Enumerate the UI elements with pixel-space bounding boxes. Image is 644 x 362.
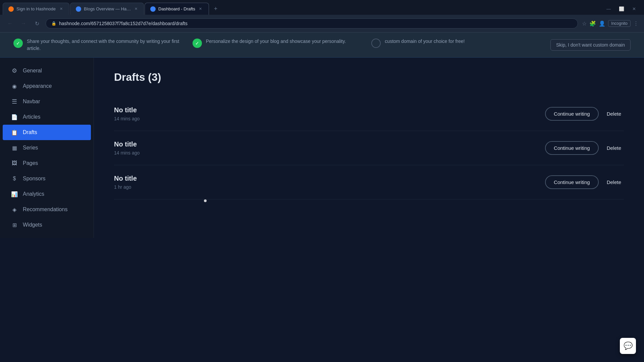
tab-favicon-1 xyxy=(8,6,14,12)
sidebar-item-drafts[interactable]: 📋 Drafts xyxy=(3,125,91,140)
draft-title-1: No title xyxy=(114,106,140,114)
tab-close-2[interactable]: ✕ xyxy=(134,6,138,12)
tab-dashboard-drafts[interactable]: Dashboard - Drafts ✕ xyxy=(145,3,209,15)
page-title: Drafts (3) xyxy=(114,71,624,83)
bookmark-icon[interactable]: ☆ xyxy=(582,20,587,27)
pages-icon: 🖼 xyxy=(11,160,18,167)
check-icon-1: ✓ xyxy=(13,39,23,48)
tab-close-3[interactable]: ✕ xyxy=(198,6,203,12)
incognito-badge: Incognito xyxy=(608,20,631,27)
chat-widget[interactable]: 💬 xyxy=(620,338,636,354)
continue-writing-button-3[interactable]: Continue writing xyxy=(545,175,599,189)
banner-item-1: ✓ Share your thoughts, and connect with … xyxy=(13,38,182,52)
sidebar-item-general[interactable]: ⚙ General xyxy=(3,63,91,78)
sidebar-label-analytics: Analytics xyxy=(23,191,44,197)
draft-time-1: 14 mins ago xyxy=(114,116,140,121)
draft-info-2: No title 14 mins ago xyxy=(114,140,140,156)
draft-title-3: No title xyxy=(114,175,137,182)
draft-item-2: No title 14 mins ago Continue writing De… xyxy=(114,131,624,165)
banner-text-3: custom domain of your choice for free! xyxy=(385,38,465,45)
onboarding-banner: ✓ Share your thoughts, and connect with … xyxy=(0,33,644,58)
sidebar-item-series[interactable]: ▦ Series xyxy=(3,140,91,156)
skip-custom-domain-button[interactable]: Skip, I don't want custom domain xyxy=(550,39,631,51)
drafts-icon: 📋 xyxy=(11,129,18,136)
delete-button-3[interactable]: Delete xyxy=(604,177,624,188)
draft-time-2: 14 mins ago xyxy=(114,150,140,156)
draft-title-2: No title xyxy=(114,140,140,148)
widgets-icon: ⊞ xyxy=(11,221,18,229)
sidebar-item-widgets[interactable]: ⊞ Widgets xyxy=(3,217,91,233)
banner-item-2: ✓ Personalize the design of your blog an… xyxy=(193,38,361,52)
sidebar-item-sponsors[interactable]: $ Sponsors xyxy=(3,171,91,186)
draft-actions-1: Continue writing Delete xyxy=(545,107,624,121)
continue-writing-button-2[interactable]: Continue writing xyxy=(545,141,599,155)
refresh-button[interactable]: ↻ xyxy=(32,19,42,28)
check-icon-2: ✓ xyxy=(193,39,202,48)
continue-writing-button-1[interactable]: Continue writing xyxy=(545,107,599,121)
gear-icon: ⚙ xyxy=(11,67,18,74)
tab-label-1: Sign in to Hashnode xyxy=(16,6,56,11)
sidebar-label-appearance: Appearance xyxy=(23,83,52,89)
tab-controls: — ⬜ ✕ xyxy=(604,5,644,13)
navbar-icon: ☰ xyxy=(11,98,18,105)
content-area: Drafts (3) No title 14 mins ago Continue… xyxy=(94,58,644,238)
forward-button[interactable]: → xyxy=(19,19,28,28)
sidebar-label-widgets: Widgets xyxy=(23,222,42,228)
sidebar-label-articles: Articles xyxy=(23,114,40,120)
banner-text-2: Personalize the design of your blog and … xyxy=(206,38,346,45)
draft-time-3: 1 hr ago xyxy=(114,184,137,190)
sidebar-label-general: General xyxy=(23,68,42,74)
draft-list: No title 14 mins ago Continue writing De… xyxy=(114,97,624,199)
analytics-icon: 📊 xyxy=(11,190,18,198)
banner-item-3: custom domain of your choice for free! xyxy=(371,38,540,52)
sidebar-label-recommendations: Recommendations xyxy=(23,206,67,213)
recommendations-icon: ◈ xyxy=(11,206,18,213)
draft-item-3: No title 1 hr ago Continue writing Delet… xyxy=(114,165,624,199)
url-bar[interactable]: 🔒 hashnode.com/6571258037f7fa8c152d7d7e/… xyxy=(46,18,578,28)
profile-icon[interactable]: 👤 xyxy=(599,20,605,27)
tab-close-1[interactable]: ✕ xyxy=(58,6,64,12)
sponsors-icon: $ xyxy=(11,175,18,182)
sidebar-item-pages[interactable]: 🖼 Pages xyxy=(3,156,91,171)
draft-info-3: No title 1 hr ago xyxy=(114,175,137,190)
sidebar-label-series: Series xyxy=(23,145,38,151)
appearance-icon: ◉ xyxy=(11,82,18,90)
sidebar-label-navbar: Navbar xyxy=(23,99,40,105)
sidebar-label-sponsors: Sponsors xyxy=(23,176,46,182)
url-text: hashnode.com/6571258037f7fa8c152d7d7e/da… xyxy=(59,21,187,26)
sidebar-label-drafts: Drafts xyxy=(23,129,37,135)
sidebar-item-analytics[interactable]: 📊 Analytics xyxy=(3,186,91,202)
chat-icon: 💬 xyxy=(624,342,633,350)
tab-blogs-overview[interactable]: Blogs Overview — Hashnode ✕ xyxy=(70,3,144,15)
tab-favicon-2 xyxy=(76,6,81,12)
delete-button-1[interactable]: Delete xyxy=(604,108,624,119)
sidebar-item-navbar[interactable]: ☰ Navbar xyxy=(3,94,91,109)
lock-icon: 🔒 xyxy=(51,21,56,26)
address-actions: ☆ 🧩 👤 Incognito ⋮ xyxy=(582,20,639,27)
draft-actions-3: Continue writing Delete xyxy=(545,175,624,189)
draft-actions-2: Continue writing Delete xyxy=(545,141,624,155)
tab-label-2: Blogs Overview — Hashnode xyxy=(84,6,131,11)
banner-text-1: Share your thoughts, and connect with th… xyxy=(27,38,182,52)
sidebar-item-appearance[interactable]: ◉ Appearance xyxy=(3,78,91,94)
tab-sign-in[interactable]: Sign in to Hashnode ✕ xyxy=(3,3,69,15)
tab-favicon-3 xyxy=(150,6,156,12)
extension-icon[interactable]: 🧩 xyxy=(589,20,596,27)
menu-icon[interactable]: ⋮ xyxy=(633,20,639,27)
tab-bar: Sign in to Hashnode ✕ Blogs Overview — H… xyxy=(0,0,644,15)
minimize-button[interactable]: — xyxy=(604,5,613,13)
sidebar-item-recommendations[interactable]: ◈ Recommendations xyxy=(3,202,91,217)
tab-label-3: Dashboard - Drafts xyxy=(158,6,195,11)
address-bar: ← → ↻ 🔒 hashnode.com/6571258037f7fa8c152… xyxy=(0,15,644,32)
circle-icon-3 xyxy=(371,39,381,48)
back-button[interactable]: ← xyxy=(5,19,15,28)
sidebar-item-articles[interactable]: 📄 Articles xyxy=(3,109,91,125)
close-window-button[interactable]: ✕ xyxy=(630,5,639,13)
new-tab-button[interactable]: + xyxy=(211,4,220,13)
delete-button-2[interactable]: Delete xyxy=(604,142,624,154)
main-container: ⚙ General ◉ Appearance ☰ Navbar 📄 Articl… xyxy=(0,58,644,238)
draft-item-1: No title 14 mins ago Continue writing De… xyxy=(114,97,624,131)
browser-chrome: Sign in to Hashnode ✕ Blogs Overview — H… xyxy=(0,0,644,33)
maximize-button[interactable]: ⬜ xyxy=(616,5,627,13)
sidebar-label-pages: Pages xyxy=(23,160,38,166)
